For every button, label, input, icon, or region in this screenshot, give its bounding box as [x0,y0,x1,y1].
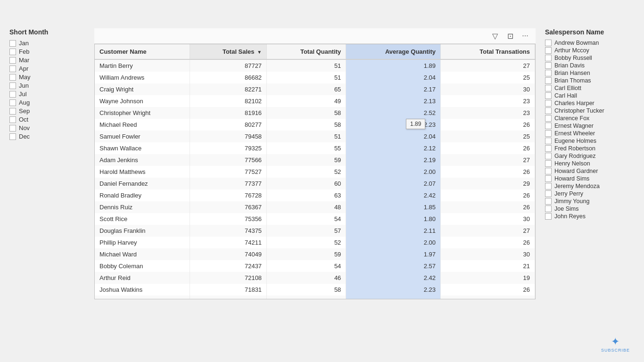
month-item-mar[interactable]: Mar [9,57,85,64]
salesperson-checkbox[interactable] [545,70,552,76]
salesperson-item[interactable]: Carl Hall [545,92,635,99]
month-item-feb[interactable]: Feb [9,48,85,55]
salesperson-item[interactable]: Brian Davis [545,62,635,69]
month-item-jun[interactable]: Jun [9,82,85,89]
month-checkbox-dec[interactable] [9,133,16,140]
month-item-may[interactable]: May [9,74,85,81]
month-item-dec[interactable]: Dec [9,133,85,140]
month-checkbox-mar[interactable] [9,57,16,64]
month-item-jan[interactable]: Jan [9,40,85,47]
month-checkbox-sep[interactable] [9,108,16,115]
salesperson-checkbox[interactable] [545,115,552,122]
salesperson-item[interactable]: Joe Sims [545,206,635,212]
salesperson-checkbox[interactable] [545,62,552,69]
salesperson-checkbox[interactable] [545,47,552,54]
month-checkbox-feb[interactable] [9,49,16,55]
salesperson-checkbox[interactable] [545,77,552,84]
table-row[interactable]: Shawn Wallace79325552.1226 [95,142,535,154]
table-row[interactable]: William Andrews86682512.0425 [95,72,535,83]
salesperson-item[interactable]: Howard Sims [545,175,635,182]
salesperson-checkbox[interactable] [545,198,552,205]
col-header-name[interactable]: Customer Name [95,44,190,59]
month-item-nov[interactable]: Nov [9,124,85,132]
salesperson-item[interactable]: Henry Nelson [545,160,635,167]
table-row[interactable]: Michael Ward74049591.9730 [95,248,535,260]
salesperson-item[interactable]: Ernest Wagner [545,123,635,129]
salesperson-item[interactable]: Brian Thomas [545,77,635,84]
salesperson-checkbox[interactable] [545,168,552,174]
table-row[interactable]: Christopher Wright81916582.5223 [95,107,535,119]
month-item-apr[interactable]: Apr [9,65,85,72]
salesperson-item[interactable]: Christopher Tucker [545,107,635,114]
salesperson-item[interactable]: Fred Robertson [545,145,635,152]
month-checkbox-jul[interactable] [9,91,16,98]
salesperson-item[interactable]: Carl Elliott [545,85,635,91]
expand-icon[interactable]: ⊡ [504,30,516,41]
month-item-oct[interactable]: Oct [9,116,85,123]
salesperson-item[interactable]: Clarence Fox [545,115,635,122]
salesperson-item[interactable]: John Reyes [545,213,635,220]
filter-icon[interactable]: ▽ [489,30,501,41]
table-row[interactable]: Craig Wright82271652.1730 [95,83,535,95]
month-item-jul[interactable]: Jul [9,90,85,98]
col-header-quantity[interactable]: Total Quantity [267,44,346,59]
table-row[interactable]: Martin Berry87727511.8927 [95,59,535,72]
salesperson-checkbox[interactable] [545,100,552,107]
table-row[interactable]: Samuel Fowler79458512.0425 [95,131,535,142]
salesperson-checkbox[interactable] [545,160,552,167]
table-row[interactable]: Wayne Johnson82102492.1323 [95,95,535,107]
salesperson-checkbox[interactable] [545,183,552,189]
table-row[interactable]: Harold Matthews77527522.0026 [95,166,535,178]
salesperson-checkbox[interactable] [545,175,552,182]
salesperson-item[interactable]: Charles Harper [545,100,635,107]
table-row[interactable]: Phillip Harvey74211522.0026 [95,237,535,248]
salesperson-checkbox[interactable] [545,190,552,197]
table-scroll-area[interactable]: Customer Name Total Sales ▼ Total Quanti… [95,44,535,299]
table-row[interactable]: Joshua Watkins71831582.2326 [95,284,535,296]
salesperson-checkbox[interactable] [545,145,552,152]
salesperson-checkbox[interactable] [545,92,552,99]
month-item-aug[interactable]: Aug [9,99,85,106]
table-row[interactable]: Daniel Fernandez77377602.0729 [95,178,535,189]
table-row[interactable]: Michael Reed80277582.2326 [95,119,535,131]
salesperson-checkbox[interactable] [545,123,552,129]
salesperson-checkbox[interactable] [545,138,552,144]
table-row[interactable]: Dennis Ruiz76367481.8526 [95,201,535,213]
month-checkbox-jun[interactable] [9,82,16,89]
salesperson-item[interactable]: Jerry Perry [545,190,635,197]
salesperson-item[interactable]: Brian Hansen [545,70,635,76]
col-header-sales[interactable]: Total Sales ▼ [190,44,266,59]
salesperson-item[interactable]: Howard Gardner [545,168,635,174]
more-icon[interactable]: ··· [520,30,531,41]
salesperson-item[interactable]: Bobby Russell [545,55,635,61]
table-row[interactable]: Arthur Reid72108462.4219 [95,272,535,284]
salesperson-item[interactable]: Ernest Wheeler [545,130,635,137]
table-row[interactable]: Ronald Bradley76728632.4226 [95,189,535,201]
month-checkbox-apr[interactable] [9,66,16,72]
month-item-sep[interactable]: Sep [9,107,85,115]
month-checkbox-aug[interactable] [9,99,16,106]
salesperson-checkbox[interactable] [545,206,552,212]
salesperson-item[interactable]: Gary Rodriguez [545,153,635,159]
salesperson-checkbox[interactable] [545,40,552,46]
salesperson-checkbox[interactable] [545,85,552,91]
col-header-avg-qty[interactable]: Average Quantity [346,44,441,59]
salesperson-item[interactable]: Jimmy Young [545,198,635,205]
salesperson-checkbox[interactable] [545,130,552,137]
col-header-transactions[interactable]: Total Transations [441,44,535,59]
table-row[interactable]: Scott Rice75356541.8030 [95,213,535,225]
salesperson-checkbox[interactable] [545,213,552,220]
salesperson-checkbox[interactable] [545,107,552,114]
salesperson-item[interactable]: Arthur Mccoy [545,47,635,54]
month-checkbox-may[interactable] [9,74,16,81]
month-checkbox-jan[interactable] [9,40,16,47]
table-row[interactable]: Fred Perez71453451.8824 [95,296,535,299]
table-row[interactable]: Douglas Franklin74375572.1127 [95,225,535,237]
salesperson-checkbox[interactable] [545,153,552,159]
salesperson-item[interactable]: Jeremy Mendoza [545,183,635,189]
month-checkbox-nov[interactable] [9,125,16,132]
salesperson-checkbox[interactable] [545,55,552,61]
month-checkbox-oct[interactable] [9,116,16,123]
salesperson-item[interactable]: Andrew Bowman [545,40,635,46]
table-row[interactable]: Adam Jenkins77566592.1927 [95,154,535,166]
